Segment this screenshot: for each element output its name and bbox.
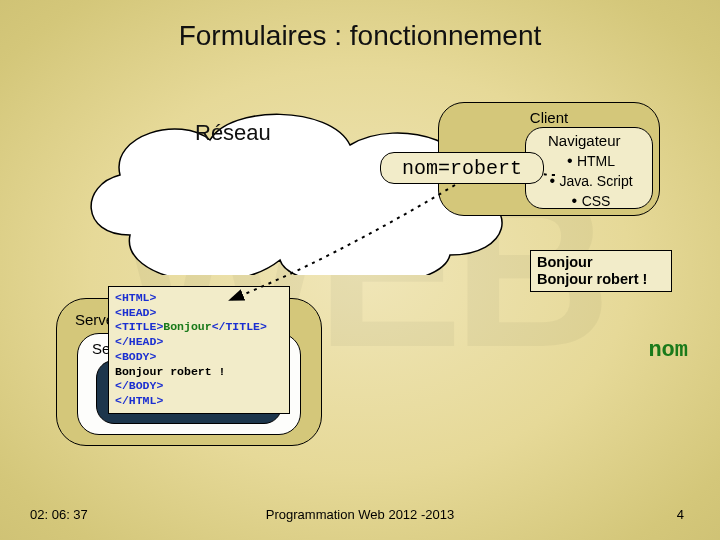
query-box: nom=robert xyxy=(380,152,544,184)
footer-center: Programmation Web 2012 -2013 xyxy=(0,507,720,522)
code-l8: </HTML> xyxy=(115,394,163,407)
code-l6: Bonjour robert ! xyxy=(115,365,225,378)
footer-page: 4 xyxy=(677,507,684,522)
code-l5: <BODY> xyxy=(115,350,156,363)
code-box: <HTML> <HEAD> <TITLE>Bonjour</TITLE> </H… xyxy=(108,286,290,414)
code-l4: </HEAD> xyxy=(115,335,163,348)
code-l3b: Bonjour xyxy=(163,320,211,333)
code-l1: <HTML> xyxy=(115,291,156,304)
slide-title: Formulaires : fonctionnement xyxy=(0,20,720,52)
code-l2: <HEAD> xyxy=(115,306,156,319)
nav-item-css: CSS xyxy=(536,191,646,211)
nav-item-html: HTML xyxy=(536,151,646,171)
client-label: Client xyxy=(439,109,659,126)
code-l7: </BODY> xyxy=(115,379,163,392)
network-label: Réseau xyxy=(195,120,271,146)
result-title: Bonjour xyxy=(537,254,665,271)
navigator-title: Navigateur xyxy=(548,132,646,149)
result-body: Bonjour robert ! xyxy=(537,271,665,288)
navigator-box: Navigateur HTML Java. Script CSS xyxy=(525,127,653,209)
result-box: Bonjour Bonjour robert ! xyxy=(530,250,672,292)
nom-label: nom xyxy=(648,338,688,363)
code-l3a: <TITLE> xyxy=(115,320,163,333)
slide: WEB Formulaires : fonctionnement Réseau … xyxy=(0,0,720,540)
nav-item-js: Java. Script xyxy=(536,171,646,191)
code-l3c: </TITLE> xyxy=(212,320,267,333)
query-text: nom=robert xyxy=(402,157,522,180)
